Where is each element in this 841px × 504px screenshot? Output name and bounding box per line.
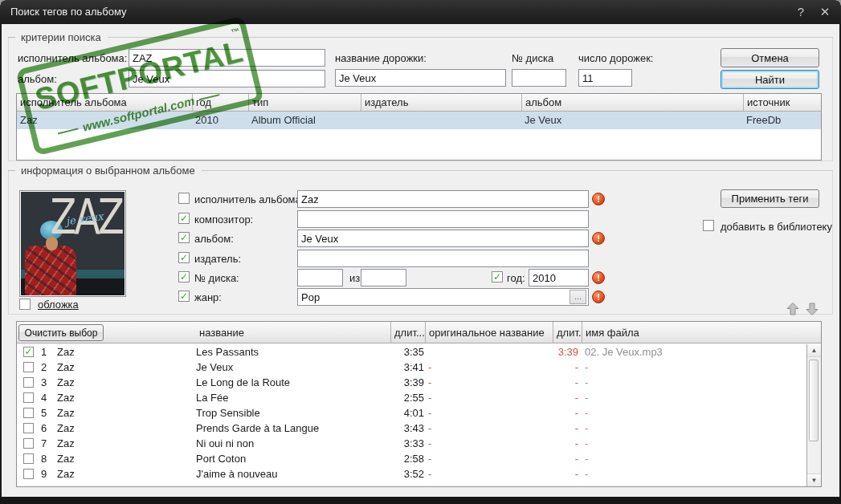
- help-icon[interactable]: ?: [792, 0, 810, 24]
- composer-checkbox[interactable]: [178, 213, 190, 224]
- track-count-input[interactable]: [578, 69, 632, 87]
- track-checkbox[interactable]: [23, 362, 34, 372]
- results-col-album-artist[interactable]: исполнитель альбома: [17, 94, 192, 111]
- track-col-title[interactable]: название: [196, 322, 390, 343]
- track-row[interactable]: 2 Zaz Je Veux 3:41 - - -: [17, 360, 806, 375]
- clear-selection-button[interactable]: Очистить выбор: [18, 324, 104, 341]
- track-duration: 3:35: [390, 346, 425, 358]
- result-row-selected[interactable]: Zaz 2010 Album Official Je Veux FreeDb: [17, 112, 821, 129]
- track-duration: 2:55: [390, 392, 425, 404]
- scroll-down-icon[interactable]: ▼: [807, 474, 821, 486]
- track-title: J'aime à nouveau: [196, 468, 390, 480]
- track-checkbox[interactable]: [23, 469, 34, 479]
- track-original-title: -: [425, 468, 553, 480]
- result-publisher: [361, 112, 521, 129]
- cover-checkbox[interactable]: [19, 299, 31, 310]
- add-to-library-label: добавить в библиотеку: [721, 221, 832, 233]
- track-duration: 2:58: [390, 453, 425, 465]
- cancel-button[interactable]: Отмена: [721, 48, 819, 67]
- track-number: 8: [39, 453, 57, 465]
- cover-link[interactable]: обложка: [38, 299, 79, 311]
- track-duration2: 3:39: [553, 346, 582, 358]
- track-col-duration[interactable]: длит...: [390, 322, 425, 343]
- genre-input[interactable]: [297, 288, 589, 306]
- genre-checkbox[interactable]: [178, 291, 190, 302]
- album-cover-art: ZAZ je veux: [21, 192, 125, 295]
- track-list-header: Очистить выбор название длит... оригинал…: [17, 322, 821, 343]
- track-original-title: -: [425, 376, 553, 388]
- track-duration: 4:01: [390, 407, 425, 419]
- track-col-duration2[interactable]: длит...: [553, 322, 582, 343]
- close-icon[interactable]: ✕: [816, 0, 834, 24]
- track-checkbox[interactable]: [23, 377, 34, 388]
- scrollbar-thumb[interactable]: [809, 360, 819, 441]
- album-checkbox[interactable]: [178, 232, 190, 243]
- track-checkbox[interactable]: [23, 453, 34, 464]
- find-button[interactable]: Найти: [721, 70, 819, 89]
- album-artist-search-input[interactable]: [129, 49, 325, 67]
- track-row[interactable]: 9 Zaz J'aime à nouveau 3:52 - - -: [17, 466, 806, 482]
- track-title: Ni oui ni non: [196, 437, 390, 449]
- disc-number-checkbox[interactable]: [178, 271, 190, 282]
- album-label: альбом:: [194, 233, 234, 245]
- year-input[interactable]: [529, 269, 589, 287]
- disc-total-input[interactable]: [361, 269, 406, 287]
- track-number: 2: [39, 361, 57, 373]
- add-to-library-checkbox[interactable]: [703, 220, 714, 231]
- scroll-up-icon[interactable]: ▲: [807, 344, 821, 357]
- track-row[interactable]: 1 Zaz Les Passants 3:35 3:39 02. Je Veux…: [17, 344, 806, 360]
- result-source: FreeDb: [743, 112, 821, 129]
- title-bar[interactable]: Поиск тегов по альбому ? ✕: [0, 0, 841, 24]
- track-original-title: -: [425, 453, 553, 465]
- track-row[interactable]: 4 Zaz La Fée 2:55 - - -: [17, 390, 806, 405]
- artist-checkbox[interactable]: [178, 193, 190, 204]
- track-checkbox[interactable]: [23, 423, 34, 433]
- apply-tags-button[interactable]: Применить теги: [721, 189, 819, 208]
- results-col-album[interactable]: альбом: [521, 94, 743, 111]
- publisher-checkbox[interactable]: [178, 252, 190, 263]
- results-col-type[interactable]: тип: [248, 94, 361, 111]
- track-checkbox[interactable]: [23, 408, 34, 418]
- album-input[interactable]: [297, 230, 589, 247]
- track-artist: Zaz: [57, 437, 196, 449]
- album-search-input[interactable]: [129, 70, 325, 87]
- results-col-source[interactable]: источник: [743, 94, 821, 111]
- track-checkbox[interactable]: [23, 347, 34, 357]
- disc-number-input[interactable]: [297, 269, 343, 287]
- move-down-icon[interactable]: [805, 302, 819, 316]
- track-col-original-title[interactable]: оригинальное название: [425, 322, 553, 343]
- track-row[interactable]: 8 Zaz Port Coton 2:58 - - -: [17, 451, 806, 466]
- results-col-publisher[interactable]: издатель: [361, 94, 521, 111]
- genre-browse-button[interactable]: ...: [570, 290, 586, 304]
- track-artist: Zaz: [57, 422, 196, 434]
- track-row[interactable]: 6 Zaz Prends Garde à ta Langue 3:43 - - …: [17, 421, 806, 436]
- publisher-input[interactable]: [297, 250, 589, 267]
- results-col-year[interactable]: год: [192, 94, 248, 111]
- year-checkbox[interactable]: [492, 271, 503, 282]
- genre-label: жанр:: [194, 291, 222, 303]
- move-up-icon[interactable]: [786, 302, 800, 316]
- track-duration2: -: [553, 468, 582, 480]
- track-original-title: -: [425, 361, 553, 373]
- track-col-filename[interactable]: имя файла: [582, 322, 821, 343]
- track-duration: 3:43: [390, 422, 425, 434]
- track-filename: 02. Je Veux.mp3: [582, 346, 806, 358]
- track-number: 5: [39, 407, 57, 419]
- track-title: Je Veux: [196, 361, 390, 373]
- track-checkbox[interactable]: [23, 392, 34, 403]
- album-info-title: информация о выбранном альбоме: [21, 165, 202, 177]
- track-row[interactable]: 5 Zaz Trop Sensible 4:01 - - -: [17, 405, 806, 421]
- disc-number-search-label: № диска: [512, 52, 553, 64]
- track-row[interactable]: 3 Zaz Le Long de la Route 3:39 - - -: [17, 375, 806, 390]
- track-number: 9: [39, 468, 57, 480]
- artist-input[interactable]: [297, 190, 589, 208]
- track-list-scrollbar[interactable]: ▲ ▼: [806, 344, 821, 486]
- track-number: 7: [39, 437, 57, 449]
- track-row[interactable]: 7 Zaz Ni oui ni non 3:33 - - -: [17, 436, 806, 451]
- track-duration2: -: [553, 361, 582, 373]
- track-filename: -: [582, 468, 806, 480]
- track-checkbox[interactable]: [23, 438, 34, 449]
- track-title-search-input[interactable]: [335, 69, 506, 87]
- composer-input[interactable]: [297, 210, 589, 228]
- disc-number-search-input[interactable]: [512, 69, 566, 87]
